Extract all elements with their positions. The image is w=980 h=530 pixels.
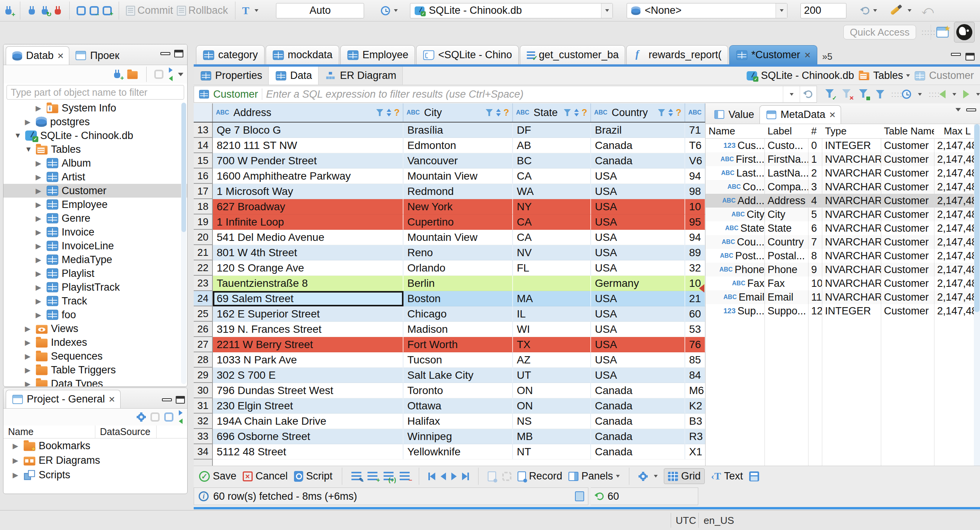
chevron-down-icon[interactable] xyxy=(918,93,922,96)
table-row[interactable]: 13 Qe 7 Bloco G Brasília DF Brazil 71 xyxy=(194,123,705,138)
cell-city[interactable]: Boston xyxy=(403,291,513,306)
fetch-all-icon[interactable] xyxy=(502,472,511,481)
compare-icon[interactable] xyxy=(890,6,900,15)
txn-log-filter-icon[interactable]: T xyxy=(242,5,251,16)
cell-postalcode[interactable]: 84 xyxy=(685,368,705,383)
cell-country[interactable]: USA xyxy=(591,322,685,337)
locale-indicator[interactable]: en_US xyxy=(704,515,734,527)
back-icon[interactable]: ⤺ xyxy=(921,4,934,17)
tree-item[interactable]: Data Types xyxy=(3,377,187,387)
project-tab[interactable]: Project - General xyxy=(6,390,121,408)
row-number[interactable]: 23 xyxy=(194,276,213,291)
delete-row-icon[interactable]: − xyxy=(400,472,410,481)
connection-select[interactable]: SQLite - Chinook.db xyxy=(410,3,613,18)
cell-country[interactable]: Canada xyxy=(591,414,685,429)
cell-city[interactable]: Berlin xyxy=(403,276,513,291)
tree-item[interactable]: Views xyxy=(3,322,187,335)
view-menu-icon[interactable] xyxy=(178,73,183,76)
schema-select[interactable]: <None> xyxy=(627,3,787,18)
cell-state[interactable]: WI xyxy=(513,322,591,337)
table-row[interactable]: 32 194A Chain Lake Drive Halifax NS Cana… xyxy=(194,414,705,429)
expand-arrow-icon[interactable] xyxy=(36,242,43,250)
table-row[interactable]: 30 796 Dundas Street West Toronto ON Can… xyxy=(194,383,705,398)
row-number[interactable]: 29 xyxy=(194,368,213,383)
cell-postalcode[interactable]: T6 xyxy=(685,138,705,153)
cell-postalcode[interactable]: 10 xyxy=(685,199,705,214)
cell-postalcode[interactable]: B3 xyxy=(685,414,705,429)
cell-address[interactable]: Qe 7 Bloco G xyxy=(213,123,403,138)
cell-country[interactable]: Canada xyxy=(591,138,685,153)
cell-address[interactable]: 696 Osborne Street xyxy=(213,429,403,444)
cell-country[interactable]: Canada xyxy=(591,444,685,460)
table-row[interactable]: 27 2211 W Berry Street Fort Worth TX USA… xyxy=(194,337,705,352)
editor-tab[interactable]: Employee xyxy=(340,45,415,64)
cell-country[interactable]: Canada xyxy=(591,153,685,168)
cell-city[interactable]: Edmonton xyxy=(403,138,513,153)
close-icon[interactable] xyxy=(109,393,115,406)
minimize-icon[interactable] xyxy=(160,52,170,55)
column-header-maxlength[interactable]: Max L xyxy=(934,125,980,137)
cell-state[interactable]: NT xyxy=(513,444,591,460)
edit-cell-icon[interactable]: ✎ xyxy=(351,472,361,481)
cell-state[interactable]: AB xyxy=(513,138,591,153)
cell-city[interactable]: Salt Lake City xyxy=(403,368,513,383)
expand-arrow-icon[interactable] xyxy=(36,159,43,168)
commit-button[interactable]: Commit xyxy=(126,5,173,16)
editor-tab[interactable]: mockdata xyxy=(266,45,339,64)
tree-item[interactable]: postgres xyxy=(3,115,187,129)
panels-button[interactable]: Panels xyxy=(568,470,620,482)
table-row[interactable]: 34 5112 48 Street Yellowknife NT Canada … xyxy=(194,444,705,460)
tree-item[interactable]: SQLite - Chinook.db xyxy=(3,129,187,142)
row-number[interactable]: 31 xyxy=(194,398,213,414)
cell-postalcode[interactable]: 32 xyxy=(685,260,705,276)
cell-address[interactable]: 1 Infinite Loop xyxy=(213,214,403,230)
cell-city[interactable]: Chicago xyxy=(403,306,513,322)
cell-postalcode[interactable]: 53 xyxy=(685,322,705,337)
new-connection-icon[interactable]: + xyxy=(113,69,122,80)
metadata-row[interactable]: ABC Cou... Country 7 NVARCHAR Customer 2… xyxy=(706,235,980,249)
cell-address[interactable]: 2211 W Berry Street xyxy=(213,337,403,352)
expand-arrow-icon[interactable] xyxy=(36,214,43,223)
tree-item[interactable]: Genre xyxy=(3,211,187,225)
cell-postalcode[interactable]: 95 xyxy=(685,214,705,230)
cell-country[interactable]: USA xyxy=(591,260,685,276)
metadata-row[interactable]: ABC Email Email 11 NVARCHAR Customer 2,1… xyxy=(706,290,980,304)
expand-arrow-icon[interactable] xyxy=(25,145,33,154)
expand-arrow-icon[interactable] xyxy=(25,380,33,387)
column-header[interactable]: ABC Country ? xyxy=(591,103,685,122)
chevron-down-icon[interactable] xyxy=(776,3,787,18)
cell-country[interactable]: USA xyxy=(591,291,685,306)
cell-state[interactable]: CA xyxy=(513,214,591,230)
timezone-indicator[interactable]: UTC xyxy=(676,515,696,527)
tree-item[interactable]: Employee xyxy=(3,198,187,211)
row-number[interactable]: 15 xyxy=(194,153,213,168)
column-header-tablename[interactable]: Table Name xyxy=(881,125,934,137)
cell-postalcode[interactable]: 60 xyxy=(685,306,705,322)
refresh-icon[interactable] xyxy=(596,492,604,500)
cell-country[interactable]: USA xyxy=(591,168,685,184)
expand-arrow-icon[interactable] xyxy=(14,131,22,140)
cell-postalcode[interactable]: 98 xyxy=(685,184,705,199)
script-button[interactable]: Script xyxy=(294,470,333,482)
tree-item[interactable]: Playlist xyxy=(3,267,187,280)
last-row-icon[interactable] xyxy=(462,473,469,480)
row-number[interactable]: 21 xyxy=(194,245,213,260)
cell-city[interactable]: Winnipeg xyxy=(403,429,513,444)
cell-country[interactable]: Brazil xyxy=(591,123,685,138)
tree-item[interactable]: Album xyxy=(3,156,187,170)
column-header-datasource[interactable]: DataSource xyxy=(95,425,157,438)
minimize-icon[interactable] xyxy=(966,108,976,111)
close-icon[interactable] xyxy=(57,50,64,62)
table-row[interactable]: 28 1033 N Park Ave Tucson AZ USA 85 xyxy=(194,352,705,368)
cell-state[interactable]: FL xyxy=(513,260,591,276)
cell-city[interactable]: Cupertino xyxy=(403,214,513,230)
column-header-name[interactable]: Name xyxy=(706,125,764,137)
column-header[interactable]: ABC State ? xyxy=(513,103,591,122)
sort-icon[interactable] xyxy=(574,108,579,117)
maximize-icon[interactable] xyxy=(174,50,183,57)
metadata-row[interactable]: ABC Co... Compa... 3 NVARCHAR Customer 2… xyxy=(706,180,980,194)
expand-arrow-icon[interactable] xyxy=(36,255,43,264)
editor-tab[interactable]: rewards_report( xyxy=(626,45,728,64)
panel-tab[interactable]: MetaData xyxy=(760,105,841,124)
cell-state[interactable]: NS xyxy=(513,414,591,429)
